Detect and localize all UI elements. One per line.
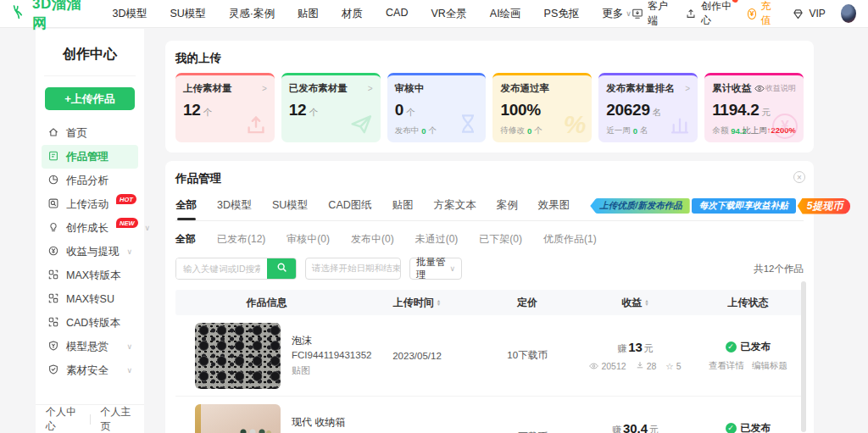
nav-su-models[interactable]: SU模型 xyxy=(170,7,205,21)
stat-value: 100% xyxy=(500,101,540,119)
shield-money-icon xyxy=(47,340,59,354)
table-scrollbar[interactable] xyxy=(801,281,806,432)
sidebar-item-cad-convert[interactable]: CAD转版本 xyxy=(42,311,138,335)
creator-center-link[interactable]: 创作中心 xyxy=(685,0,732,28)
stat-unit: 个 xyxy=(309,107,317,117)
stat-card-ranking[interactable]: 发布素材量排名 > 20629名 近一周0名 xyxy=(598,73,698,142)
work-thumbnail[interactable] xyxy=(195,323,281,389)
shield-check-icon xyxy=(47,364,59,378)
site-logo[interactable]: 3D溜溜网 xyxy=(12,0,86,33)
deer-logo-icon xyxy=(12,3,29,25)
personal-homepage-link[interactable]: 个人主页 xyxy=(90,405,144,433)
sidebar-item-label: MAX转版本 xyxy=(66,269,121,283)
stat-card-uploaded-count[interactable]: 上传素材量 > 12个 xyxy=(175,73,275,142)
nav-ai-drawing[interactable]: AI绘画 xyxy=(490,7,521,21)
upload-work-button[interactable]: +上传作品 xyxy=(45,87,135,110)
sidebar-item-creator-growth[interactable]: 创作成长 NEW ∨ xyxy=(42,216,138,240)
filter-all[interactable]: 全部 xyxy=(175,232,196,247)
tab-all[interactable]: 全部 xyxy=(175,192,197,220)
nav-inspiration-cases[interactable]: 灵感·案例 xyxy=(229,7,275,21)
promo-banner[interactable]: 上传优质/新发布作品 每次下载即享收益补贴 5提现币 xyxy=(590,198,850,214)
filter-rejected[interactable]: 未通过(0) xyxy=(415,232,459,247)
vip-label: VIP xyxy=(809,8,825,19)
promo-segment-upload: 上传优质/新发布作品 xyxy=(590,198,689,214)
sidebar-item-home[interactable]: 首页 xyxy=(42,121,138,145)
nav-more[interactable]: 更多 ∨ xyxy=(602,7,632,21)
arrow-right-icon: > xyxy=(262,84,267,93)
stat-card-pass-rate[interactable]: 发布通过率 100% 待修改0个 % xyxy=(492,73,592,142)
work-title[interactable]: 现代 收纳箱 xyxy=(292,414,365,430)
sort-icon: ▲▼ xyxy=(437,299,441,306)
main-content: 我的上传 上传素材量 > 12个 已发布素材量 > 12个 审核中 0个 xyxy=(165,41,814,433)
work-type: 贴图 xyxy=(292,364,371,378)
col-earnings[interactable]: 收益▲▼ xyxy=(578,296,693,310)
nav-vr-panorama[interactable]: VR全景 xyxy=(431,7,466,21)
earn-amount: 13 xyxy=(628,340,643,354)
category-tabs: 全部 3D模型 SU模型 CAD图纸 贴图 方案文本 案例 效果图 上传优质/新… xyxy=(175,192,804,221)
filter-in-review[interactable]: 审核中(0) xyxy=(287,232,330,247)
work-info-cell: 泡沫 FCI944119431352 贴图 xyxy=(175,323,358,389)
sidebar-item-material-safety[interactable]: 素材安全 ∨ xyxy=(42,358,138,382)
view-details-link[interactable]: 查看详情 xyxy=(709,360,744,372)
sidebar-footer: 个人中心 个人主页 xyxy=(36,404,144,433)
creator-center-label: 创作中心 xyxy=(701,0,732,28)
edit-title-link[interactable]: 编辑标题 xyxy=(752,360,787,372)
tab-scheme-text[interactable]: 方案文本 xyxy=(434,192,476,220)
stat-value: 1194.2 xyxy=(712,101,759,119)
promo-segment-subsidy: 每次下载即享收益补贴 xyxy=(692,198,796,214)
table-row: 泡沫 FCI944119431352 贴图 2023/05/12 10下载币 赚… xyxy=(175,315,804,397)
sidebar-title: 创作中心 xyxy=(44,29,136,76)
tab-su-models[interactable]: SU模型 xyxy=(272,192,308,220)
stars-stat: ☆5 xyxy=(665,361,681,371)
tab-cad-drawings[interactable]: CAD图纸 xyxy=(328,192,371,220)
filter-removed[interactable]: 已下架(0) xyxy=(479,232,522,247)
tab-3d-models[interactable]: 3D模型 xyxy=(217,192,252,220)
chevron-down-icon: ∨ xyxy=(126,342,132,351)
download-icon xyxy=(636,361,644,371)
stat-card-total-earnings[interactable]: 累计收益 收益说明 1194.2元 余额94.2 比上周↑2200% ¥ xyxy=(704,73,804,142)
client-download-link[interactable]: 客户端 xyxy=(632,0,670,28)
recharge-link[interactable]: ¥ 充值 xyxy=(748,0,777,28)
close-icon[interactable]: × xyxy=(793,171,805,183)
document-edit-icon xyxy=(47,150,59,164)
sidebar-item-max-to-su[interactable]: MAX转SU xyxy=(42,287,138,311)
filter-publishing[interactable]: 发布中(0) xyxy=(351,232,394,247)
nav-3d-models[interactable]: 3D模型 xyxy=(112,7,147,21)
nav-materials[interactable]: 材质 xyxy=(342,7,363,21)
arrow-right-icon: > xyxy=(685,84,690,93)
tab-renderings[interactable]: 效果图 xyxy=(538,192,570,220)
col-upload-time[interactable]: 上传时间▲▼ xyxy=(358,296,476,310)
work-thumbnail[interactable] xyxy=(195,404,281,433)
vip-link[interactable]: VIP xyxy=(792,8,825,19)
filter-published[interactable]: 已发布(12) xyxy=(217,232,265,247)
batch-manage-select[interactable]: 批量管理 ∨ xyxy=(409,258,462,280)
promo-segment-coins: 5提现币 xyxy=(798,198,851,214)
sidebar-item-works-analysis[interactable]: 作品分析 xyxy=(42,169,138,192)
tab-cases[interactable]: 案例 xyxy=(497,192,518,220)
stat-card-published-count[interactable]: 已发布素材量 > 12个 xyxy=(281,73,381,142)
nav-cad[interactable]: CAD xyxy=(386,7,408,21)
sidebar-item-model-bounty[interactable]: 模型悬赏 ∨ xyxy=(42,335,138,358)
nav-ps-cutout[interactable]: PS免抠 xyxy=(544,7,580,21)
sidebar-item-earnings-withdraw[interactable]: 收益与提现 ∨ xyxy=(42,240,138,264)
check-circle-icon: ✓ xyxy=(726,423,737,433)
search-box xyxy=(175,258,297,280)
nav-textures[interactable]: 贴图 xyxy=(298,7,319,21)
personal-center-link[interactable]: 个人中心 xyxy=(36,405,90,433)
stat-card-in-review[interactable]: 审核中 0个 发布中0个 xyxy=(387,73,487,142)
works-toolbar: 请选择开始日期和结束日期 批量管理 ∨ 共12个作品 xyxy=(175,258,804,280)
tab-textures[interactable]: 贴图 xyxy=(392,192,414,220)
sidebar-item-upload-activity[interactable]: 上传活动 HOT xyxy=(42,192,138,216)
convert-boxes-icon xyxy=(47,316,59,330)
filter-premium[interactable]: 优质作品(1) xyxy=(543,232,597,247)
date-range-picker[interactable]: 请选择开始日期和结束日期 xyxy=(305,258,401,280)
stat-label: 发布素材量排名 xyxy=(606,82,675,95)
sidebar-item-max-convert[interactable]: MAX转版本 xyxy=(42,264,138,287)
user-avatar[interactable] xyxy=(841,4,856,23)
sidebar-item-label: 收益与提现 xyxy=(66,245,120,259)
search-input[interactable] xyxy=(176,258,267,279)
work-title[interactable]: 泡沫 xyxy=(292,333,371,349)
sidebar-item-works-management[interactable]: 作品管理 xyxy=(42,145,138,169)
search-button[interactable] xyxy=(267,258,296,279)
earnings-info-link[interactable]: 收益说明 xyxy=(765,83,796,94)
